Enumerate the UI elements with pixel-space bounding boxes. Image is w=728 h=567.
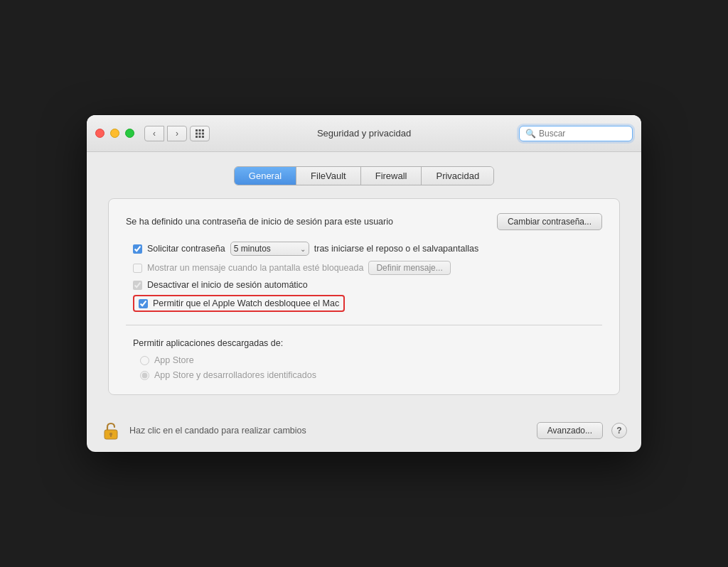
svg-rect-3 (196, 132, 198, 134)
downloads-section: Permitir aplicaciones descargadas de: Ap… (133, 338, 602, 380)
tab-group: General FileVault Firewall Privacidad (234, 166, 494, 185)
time-select[interactable]: 5 minutos Inmediatamente 1 minuto 15 min… (230, 242, 309, 256)
minimize-button[interactable] (110, 129, 119, 138)
apple-watch-highlighted: Permitir que el Apple Watch desbloquee e… (133, 295, 345, 312)
close-button[interactable] (95, 129, 105, 138)
apple-watch-checkbox[interactable] (139, 299, 148, 308)
time-select-wrapper: 5 minutos Inmediatamente 1 minuto 15 min… (230, 242, 309, 256)
tab-bar: General FileVault Firewall Privacidad (108, 166, 620, 185)
time-suffix: tras iniciarse el reposo o el salvapanta… (314, 244, 478, 254)
bottom-bar: Haz clic en el candado para realizar cam… (87, 409, 641, 452)
settings-panel: Se ha definido una contraseña de inicio … (108, 198, 620, 395)
svg-rect-11 (110, 435, 112, 437)
radio-app-store-label: App Store (154, 355, 194, 365)
help-button[interactable]: ? (611, 423, 627, 438)
search-input[interactable] (539, 129, 626, 139)
svg-rect-2 (202, 129, 204, 131)
tab-privacidad[interactable]: Privacidad (422, 167, 493, 185)
radio-group: App Store App Store y desarrolladores id… (140, 355, 602, 380)
back-button[interactable]: ‹ (144, 126, 164, 141)
content-area: General FileVault Firewall Privacidad Se… (87, 152, 641, 409)
lock-label: Haz clic en el candado para realizar cam… (129, 426, 528, 436)
downloads-title: Permitir aplicaciones descargadas de: (133, 338, 602, 348)
request-password-row: Solicitar contraseña 5 minutos Inmediata… (133, 242, 602, 256)
request-password-label: Solicitar contraseña (147, 244, 225, 254)
lock-icon[interactable] (101, 419, 121, 442)
show-message-label: Mostrar un mensaje cuando la pantalla es… (147, 263, 363, 273)
change-password-button[interactable]: Cambiar contraseña... (497, 213, 602, 230)
radio-app-store-row: App Store (140, 355, 602, 365)
tab-filevault[interactable]: FileVault (296, 167, 361, 185)
svg-rect-6 (196, 136, 198, 138)
svg-rect-5 (202, 132, 204, 134)
titlebar: ‹ › Seguridad y privacidad 🔍 (87, 115, 641, 152)
request-password-checkbox[interactable] (133, 244, 142, 254)
svg-rect-0 (196, 129, 198, 131)
svg-rect-1 (199, 129, 201, 131)
section-divider (126, 325, 602, 325)
options-list: Solicitar contraseña 5 minutos Inmediata… (133, 242, 602, 312)
window-title: Seguridad y privacidad (317, 128, 411, 139)
tab-general[interactable]: General (235, 167, 296, 185)
search-icon: 🔍 (525, 129, 536, 139)
grid-button[interactable] (190, 126, 210, 141)
tab-firewall[interactable]: Firewall (361, 167, 422, 185)
password-section: Se ha definido una contraseña de inicio … (126, 213, 602, 230)
nav-buttons: ‹ › (144, 126, 187, 141)
apple-watch-row: Permitir que el Apple Watch desbloquee e… (133, 295, 602, 312)
disable-autologin-checkbox[interactable] (133, 281, 142, 290)
traffic-lights (95, 129, 134, 138)
disable-autologin-row: Desactivar el inicio de sesión automátic… (133, 280, 602, 290)
svg-rect-7 (199, 136, 201, 138)
disable-autologin-label: Desactivar el inicio de sesión automátic… (147, 280, 308, 290)
apple-watch-label: Permitir que el Apple Watch desbloquee e… (153, 298, 339, 308)
radio-app-store-devs-row: App Store y desarrolladores identificado… (140, 370, 602, 380)
show-message-row: Mostrar un mensaje cuando la pantalla es… (133, 261, 602, 275)
radio-app-store-devs-label: App Store y desarrolladores identificado… (154, 370, 316, 380)
maximize-button[interactable] (125, 129, 134, 138)
svg-rect-8 (202, 136, 204, 138)
define-message-button[interactable]: Definir mensaje... (368, 261, 450, 275)
show-message-checkbox[interactable] (133, 264, 142, 273)
svg-rect-4 (199, 132, 201, 134)
main-window: ‹ › Seguridad y privacidad 🔍 (87, 115, 641, 452)
radio-app-store-devs[interactable] (140, 371, 149, 380)
forward-button[interactable]: › (167, 126, 187, 141)
advanced-button[interactable]: Avanzado... (537, 422, 603, 439)
search-box[interactable]: 🔍 (519, 126, 633, 141)
radio-app-store[interactable] (140, 356, 149, 365)
password-label: Se ha definido una contraseña de inicio … (126, 217, 393, 227)
